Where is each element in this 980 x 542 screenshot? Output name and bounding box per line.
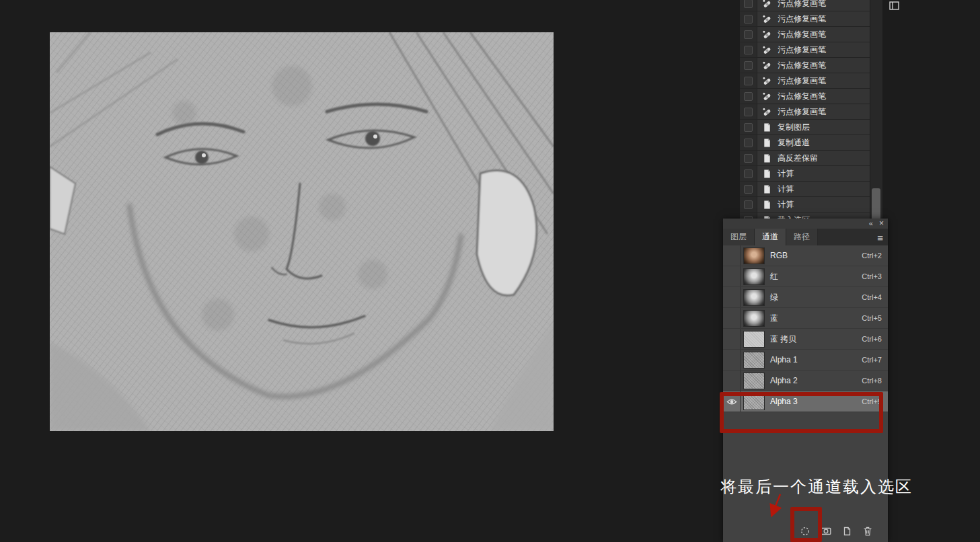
history-step[interactable]: 计算 [740, 166, 870, 182]
channel-thumbnail [743, 247, 765, 264]
channel-name: Alpha 1 [770, 355, 798, 364]
history-step-label: 高反差保留 [778, 153, 818, 164]
history-step-label: 计算 [778, 199, 794, 210]
history-step[interactable]: 污点修复画笔 [740, 58, 870, 73]
history-step[interactable]: 污点修复画笔 [740, 42, 870, 58]
history-source-checkbox[interactable] [740, 11, 757, 26]
channel-shortcut: Ctrl+4 [862, 293, 888, 301]
history-source-checkbox[interactable] [740, 104, 757, 119]
close-panel-icon[interactable]: × [879, 219, 884, 229]
history-step[interactable]: 污点修复画笔 [740, 0, 870, 11]
spot-healing-brush-icon [762, 0, 774, 9]
photoshop-workspace: 污点修复画笔 污点修复画笔 [0, 0, 980, 542]
history-source-checkbox[interactable] [740, 182, 757, 196]
visibility-toggle[interactable] [723, 245, 741, 266]
history-step-label: 污点修复画笔 [778, 13, 826, 25]
channel-row[interactable]: RGB Ctrl+2 [723, 245, 888, 266]
history-source-checkbox[interactable] [740, 0, 757, 11]
channel-footer-button[interactable] [862, 526, 873, 537]
history-step-label: 污点修复画笔 [778, 106, 826, 118]
panel-tab[interactable]: 路径 [786, 229, 818, 245]
channel-shortcut: Ctrl+9 [862, 397, 888, 405]
channel-shortcut: Ctrl+8 [862, 377, 888, 385]
spot-healing-brush-icon [762, 75, 774, 86]
history-step[interactable]: 污点修复画笔 [740, 104, 870, 120]
history-source-checkbox[interactable] [740, 151, 757, 165]
history-step[interactable]: 污点修复画笔 [740, 11, 870, 27]
channel-row[interactable]: 蓝 拷贝 Ctrl+6 [723, 329, 888, 350]
channel-row[interactable]: Alpha 3 Ctrl+9 [723, 391, 888, 412]
history-step[interactable]: 计算 [740, 182, 870, 197]
channel-name: 蓝 [770, 313, 778, 324]
visibility-toggle[interactable] [723, 350, 741, 370]
channel-thumbnail [743, 268, 765, 285]
history-step-label: 计算 [778, 168, 794, 180]
visibility-toggle[interactable] [723, 287, 741, 307]
history-source-checkbox[interactable] [740, 197, 757, 212]
history-step-label: 污点修复画笔 [778, 29, 826, 40]
channel-footer-button[interactable] [799, 526, 811, 537]
panel-tab-label: 通道 [762, 232, 778, 241]
panel-tab-label: 图层 [730, 232, 747, 241]
history-step[interactable]: 计算 [740, 197, 870, 212]
history-source-checkbox[interactable] [740, 42, 757, 57]
history-source-checkbox[interactable] [740, 120, 757, 134]
history-source-checkbox[interactable] [740, 166, 757, 181]
history-step[interactable]: 污点修复画笔 [740, 27, 870, 42]
channels-panel: « × 图层 通道 路径 ≡ [723, 219, 888, 542]
channel-name: 绿 [770, 292, 778, 303]
visibility-toggle[interactable] [723, 308, 741, 328]
panel-tab-label: 路径 [794, 232, 810, 241]
document-icon [762, 153, 774, 163]
visibility-toggle[interactable] [723, 371, 741, 391]
history-source-checkbox[interactable] [740, 58, 757, 73]
channel-footer-button[interactable] [841, 526, 852, 537]
spot-healing-brush-icon [762, 44, 774, 55]
channel-row[interactable]: 蓝 Ctrl+5 [723, 308, 888, 329]
panel-tab-bar: 图层 通道 路径 [723, 229, 888, 245]
channel-thumbnail [743, 289, 765, 306]
history-step[interactable]: 复制图层 [740, 120, 870, 135]
history-source-checkbox[interactable] [740, 27, 757, 42]
channel-row[interactable]: Alpha 1 Ctrl+7 [723, 350, 888, 371]
history-step-label: 污点修复画笔 [778, 75, 826, 87]
channel-row[interactable]: 红 Ctrl+3 [723, 266, 888, 287]
channel-shortcut: Ctrl+6 [862, 335, 888, 343]
collapse-panel-icon[interactable]: « [869, 219, 873, 229]
history-panel: 污点修复画笔 污点修复画笔 [740, 0, 870, 229]
delete-channel-icon [862, 526, 873, 537]
new-channel-icon [841, 526, 852, 537]
channel-row[interactable]: Alpha 2 Ctrl+8 [723, 371, 888, 391]
channel-footer-button[interactable] [820, 526, 831, 537]
channel-list: RGB Ctrl+2 红 Ctrl+3 [723, 245, 888, 412]
spot-healing-brush-icon [762, 13, 774, 24]
document-canvas[interactable] [50, 32, 554, 431]
visibility-toggle[interactable] [723, 266, 741, 286]
history-step-label: 污点修复画笔 [778, 44, 826, 56]
history-source-checkbox[interactable] [740, 135, 757, 150]
panel-menu-icon[interactable]: ≡ [877, 229, 883, 246]
history-step[interactable]: 复制通道 [740, 135, 870, 151]
history-step-label: 污点修复画笔 [778, 60, 826, 71]
channel-name: Alpha 3 [770, 397, 798, 406]
history-step[interactable]: 污点修复画笔 [740, 73, 870, 89]
history-step-label: 污点修复画笔 [778, 0, 826, 9]
document-icon [762, 137, 774, 148]
history-scrollbar[interactable] [870, 0, 882, 229]
history-source-checkbox[interactable] [740, 73, 757, 88]
visibility-toggle[interactable] [723, 391, 741, 412]
collapsed-panel-icon[interactable] [889, 1, 904, 12]
document-icon [762, 199, 774, 210]
history-step[interactable]: 高反差保留 [740, 151, 870, 166]
channel-shortcut: Ctrl+7 [862, 356, 888, 364]
panel-tab[interactable]: 通道 [755, 229, 786, 245]
channel-row[interactable]: 绿 Ctrl+4 [723, 287, 888, 308]
history-step[interactable]: 污点修复画笔 [740, 89, 870, 104]
history-source-checkbox[interactable] [740, 89, 757, 104]
channel-shortcut: Ctrl+5 [862, 314, 888, 322]
visibility-toggle[interactable] [723, 329, 741, 349]
panel-tab[interactable]: 图层 [723, 229, 755, 245]
history-step-label: 复制图层 [778, 122, 810, 133]
channel-shortcut: Ctrl+2 [862, 251, 888, 260]
document-icon [762, 184, 774, 194]
